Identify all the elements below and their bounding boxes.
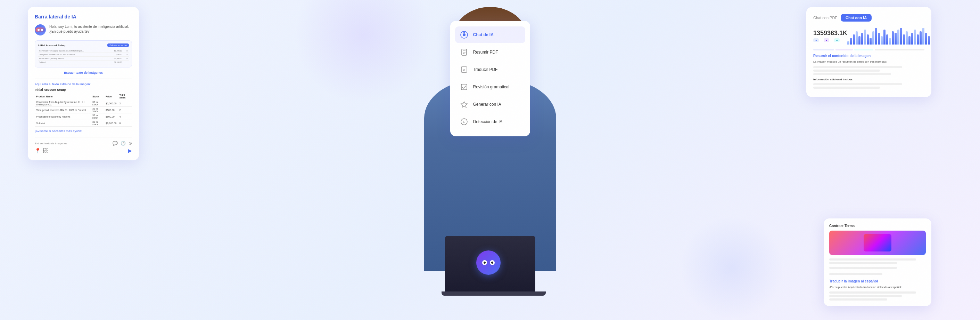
stat-135: 135 ● (813, 30, 824, 42)
menu-label-chat-ia: Chat de IA (473, 32, 494, 37)
tag-purple-1: ● (824, 38, 829, 42)
ai-greeting: Hola, soy Lumi, tu asistente de intelige… (49, 24, 132, 34)
table-row: Subtotal 32 in stock $9,200.00 8 (35, 120, 132, 126)
svg-point-2 (463, 32, 465, 33)
bottom-label: Extraer texto de imágenes (35, 142, 67, 145)
col-sales: Total Sales (118, 93, 132, 100)
svg-text:AI: AI (463, 121, 466, 124)
right-bottom-panel: Contract Terms Traducir la imagen al esp… (824, 218, 931, 306)
stat-936: 936 ● (824, 30, 834, 42)
col-product: Product Name (35, 93, 91, 100)
data-row-3 (813, 73, 891, 75)
info-row-2 (813, 86, 880, 89)
robot-mascot (476, 250, 504, 278)
tab-chat-ia[interactable]: Chat con IA (841, 14, 872, 22)
menu-label-generar: Generar con IA (473, 102, 501, 107)
col-stock: Stock (91, 93, 104, 100)
stat-31k: 3.1K ● (834, 30, 847, 42)
menu-item-deteccion[interactable]: AI Detección de IA (455, 114, 525, 130)
info-label: Información adicional incluye: (813, 78, 924, 81)
chat-bubble-icon[interactable]: 💬 (113, 141, 118, 146)
menu-item-revision[interactable]: Revisión gramatical (455, 78, 525, 95)
calculate-button[interactable]: Calcular en ventas (107, 43, 129, 47)
extracted-label: Aquí está el texto extraído de la imagen… (35, 82, 132, 86)
mini-bar-chart (847, 27, 930, 45)
right-top-panel: Chat con PDF Chat con IA 135 ● 936 ● 3.1… (806, 7, 931, 97)
svg-text:A: A (463, 68, 465, 72)
contract-lines (829, 258, 926, 277)
bottom-tools: 📍 🖼 ▶ (35, 148, 132, 154)
clock-icon[interactable]: 🕐 (121, 141, 126, 146)
svg-marker-10 (461, 102, 467, 107)
ai-message-row: Hola, soy Lumi, tu asistente de intelige… (35, 24, 132, 35)
traducir-pdf-icon: A (459, 65, 469, 74)
table-row: Production of Quarterly Reports 32 in st… (35, 114, 132, 120)
bottom-icons: 💬 🕐 ⊙ (113, 141, 132, 146)
menu-item-resumir-pdf[interactable]: Resumir PDF (455, 44, 525, 61)
contract-image (829, 230, 926, 255)
spreadsheet-title: Initial Account Setup (38, 44, 65, 47)
translate-link[interactable]: Traducir la imagen al español (829, 279, 926, 283)
summary-text: La imagen muestra un resumen de datos co… (813, 60, 924, 64)
contract-line-2 (829, 262, 897, 264)
extract-link[interactable]: Extraer texto de imágenes (35, 71, 132, 74)
stat-value-31k: 3.1K (834, 30, 847, 37)
panel-left-bottom: Extraer texto de imágenes 💬 🕐 ⊙ (35, 137, 132, 146)
data-row-2 (813, 70, 880, 72)
stat-value-135: 135 (813, 30, 824, 37)
pin-icon[interactable]: 📍 (35, 148, 41, 154)
menu-label-traducir: Traducir PDF (473, 67, 498, 72)
panel-tabs: Chat con PDF Chat con IA (813, 14, 924, 22)
svg-rect-9 (461, 84, 467, 90)
image-icon[interactable]: 🖼 (43, 148, 48, 154)
menu-label-resumir: Resumir PDF (473, 50, 498, 54)
send-icon[interactable]: ▶ (128, 148, 132, 154)
svg-point-1 (463, 34, 466, 36)
info-data-rows (813, 83, 924, 89)
menu-item-chat-ia[interactable]: Chat de IA (455, 26, 525, 43)
tag-blue-1: ● (813, 38, 819, 42)
help-link[interactable]: ¡Avísame si necesitas más ayuda! (35, 130, 132, 133)
settings-icon[interactable]: ⊙ (129, 141, 132, 146)
data-table-title: Initial Account Setup (35, 88, 132, 91)
translate-text: ¡Por supuesto! Aquí está la traducción d… (829, 285, 926, 290)
menu-label-deteccion: Detección de IA (473, 119, 503, 124)
contract-header: Contract Terms (829, 224, 926, 228)
ai-avatar (35, 24, 46, 35)
tag-cyan-1: ● (834, 38, 840, 42)
mini-table: Conversion from Angular Systems Inc. to … (38, 49, 129, 64)
table-row: Conversion from Angular Systems Inc. to … (35, 100, 132, 107)
tool-icons-left: 📍 🖼 (35, 148, 48, 154)
deteccion-icon: AI (459, 117, 469, 126)
generar-icon (459, 99, 469, 109)
extracted-section: Aquí está el texto extraído de la imagen… (35, 78, 132, 133)
center-menu-panel: Chat de IA Resumir PDF A Traducir PDF (450, 21, 530, 136)
info-row-1 (813, 83, 902, 85)
data-row-1 (813, 66, 902, 68)
tab-chat-pdf[interactable]: Chat con PDF (813, 16, 837, 20)
data-rows (813, 66, 924, 75)
chat-ia-icon (459, 30, 469, 40)
menu-item-generar[interactable]: Generar con IA (455, 96, 525, 113)
menu-label-revision: Revisión gramatical (473, 85, 510, 90)
summary-link[interactable]: Resumir el contenido de la imagen (813, 54, 924, 58)
col-price: Price (104, 93, 118, 100)
left-panel-title: Barra lateral de IA (35, 14, 132, 19)
stat-value-936: 936 (824, 30, 834, 37)
menu-item-traducir-pdf[interactable]: A Traducir PDF (455, 61, 525, 78)
revision-icon (459, 82, 469, 92)
left-ai-sidebar-panel: Barra lateral de IA Hola, soy Lumi, tu a… (28, 7, 139, 160)
resumir-pdf-icon (459, 47, 469, 57)
mini-spreadsheet: Initial Account Setup Calcular en ventas… (35, 40, 132, 67)
stats-row: 135 ● 936 ● 3.1K ● (813, 27, 924, 45)
contract-line-1 (829, 258, 916, 261)
table-row: Time period covered: JAN 01, 2021 to Pre… (35, 107, 132, 114)
data-table: Product Name Stock Price Total Sales Con… (35, 93, 132, 126)
